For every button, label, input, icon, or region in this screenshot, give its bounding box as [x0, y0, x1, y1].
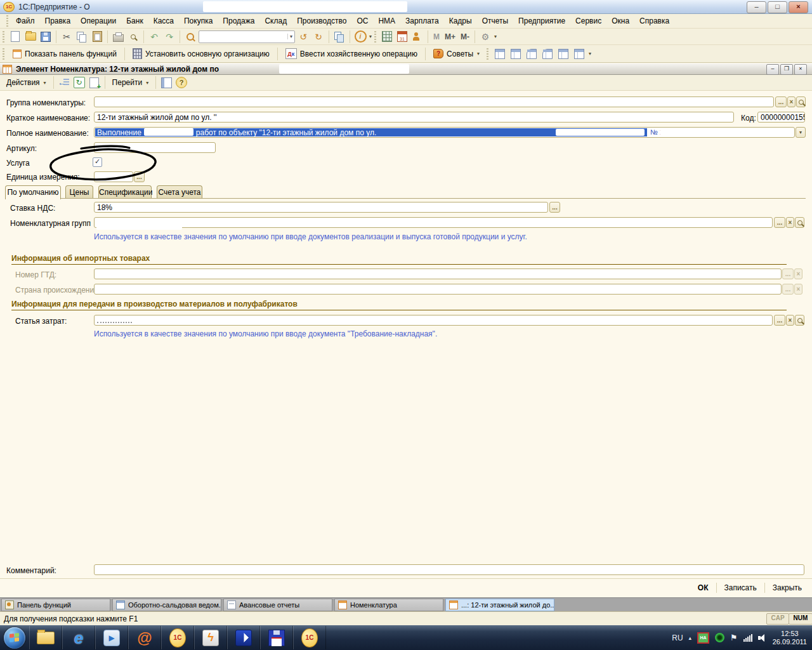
save-button[interactable]: [39, 30, 53, 44]
nomenclature-group-field[interactable]: [94, 217, 773, 228]
short-name-field[interactable]: 12-ти этажный жилой дом по ул. '': [94, 112, 734, 123]
menu-item[interactable]: ОС: [351, 15, 373, 27]
search-dropdown-icon[interactable]: ▾: [287, 34, 294, 39]
language-indicator[interactable]: RU: [672, 633, 683, 642]
goto-button[interactable]: Перейти ▾: [108, 77, 153, 88]
volume-icon[interactable]: [758, 634, 767, 642]
print-preview-button[interactable]: [126, 30, 140, 44]
menu-item[interactable]: Операции: [75, 15, 121, 27]
tools-dropdown-icon[interactable]: ▾: [494, 34, 497, 39]
set-interval-button[interactable]: ←: [57, 76, 71, 90]
find-button[interactable]: [183, 30, 197, 44]
menu-item[interactable]: Отчеты: [477, 15, 513, 27]
ok-button[interactable]: ОК: [690, 581, 716, 594]
memory-plus-button[interactable]: M+: [443, 32, 457, 41]
cost-lookup-button[interactable]: [795, 315, 804, 326]
minimize-button[interactable]: –: [747, 1, 766, 13]
cost-clear-button[interactable]: ×: [786, 315, 794, 326]
redo-button[interactable]: ↷: [162, 30, 176, 44]
group-field[interactable]: [94, 96, 774, 107]
gtd-field[interactable]: [94, 269, 782, 279]
new-document-button[interactable]: [8, 30, 22, 44]
nomgroup-clear-button[interactable]: ×: [786, 217, 794, 228]
mail-taskbar-button[interactable]: @: [128, 626, 161, 649]
menu-item[interactable]: Банк: [121, 15, 148, 27]
service-checkbox[interactable]: ✓: [93, 157, 102, 167]
maximize-button[interactable]: □: [768, 1, 787, 13]
media-player-taskbar-button[interactable]: ▶: [95, 626, 128, 649]
cost-item-field[interactable]: [94, 315, 773, 326]
full-name-dropdown-button[interactable]: ▾: [796, 127, 806, 138]
show-function-panel-button[interactable]: Показать панель функций: [9, 48, 121, 60]
actions-button[interactable]: Действия ▾: [3, 77, 50, 88]
na-tray-icon[interactable]: НА: [697, 632, 709, 644]
write-button[interactable]: Записать: [717, 581, 764, 594]
print-button[interactable]: [111, 30, 125, 44]
article-field[interactable]: [94, 142, 216, 153]
crystal-app-taskbar-button[interactable]: [227, 626, 260, 649]
group-select-button[interactable]: ...: [775, 96, 787, 107]
menu-item[interactable]: Склад: [259, 15, 292, 27]
report-table-button-1[interactable]: [493, 47, 507, 61]
reports-dropdown-icon[interactable]: ▾: [589, 51, 591, 56]
tab-accounts[interactable]: Счета учета: [157, 185, 202, 199]
search-input[interactable]: ▾: [199, 30, 295, 43]
group-clear-button[interactable]: ×: [787, 96, 796, 107]
undo-button[interactable]: ↶: [147, 30, 161, 44]
report-table-button-4[interactable]: [540, 47, 554, 61]
vat-field[interactable]: 18%: [94, 202, 548, 213]
mdi-minimize-button[interactable]: –: [766, 64, 779, 75]
report-table-button-2[interactable]: [509, 47, 523, 61]
nomgroup-select-button[interactable]: ...: [774, 217, 785, 228]
menu-item[interactable]: Файл: [11, 15, 40, 27]
memory-minus-button[interactable]: M-: [459, 32, 471, 41]
calculator-button[interactable]: [380, 30, 394, 44]
mdi-close-button[interactable]: ×: [794, 64, 807, 75]
onec-taskbar-button[interactable]: 1С: [161, 626, 194, 649]
menu-item[interactable]: Сервис: [570, 15, 606, 27]
cost-select-button[interactable]: ...: [774, 315, 785, 326]
group-lookup-button[interactable]: [796, 96, 806, 107]
report-table-button-3[interactable]: [525, 47, 539, 61]
help-button[interactable]: ?: [174, 76, 188, 90]
find-next-button[interactable]: ↻: [311, 30, 325, 44]
menu-item[interactable]: Покупка: [179, 15, 218, 27]
country-field[interactable]: [94, 284, 782, 295]
start-button[interactable]: [4, 627, 25, 649]
unit-field[interactable]: [94, 171, 133, 182]
advice-button[interactable]: ? Советы ▾: [429, 48, 483, 60]
taskbar-clock[interactable]: 12:53 26.09.2011: [773, 630, 807, 646]
nomgroup-lookup-button[interactable]: [795, 217, 804, 228]
enter-operation-button[interactable]: Дк Ввести хозяйственную операцию: [282, 47, 421, 60]
unit-select-button[interactable]: ...: [134, 171, 145, 182]
cut-button[interactable]: ✂: [60, 30, 74, 44]
related-info-button[interactable]: [159, 76, 173, 90]
report-table-button-5[interactable]: [556, 47, 570, 61]
report-table-button-6[interactable]: [572, 47, 586, 61]
tray-expand-icon[interactable]: ▴: [689, 635, 692, 641]
menu-item[interactable]: Кадры: [444, 15, 477, 27]
copy-button[interactable]: [75, 30, 89, 44]
onec2-taskbar-button[interactable]: 1С: [293, 626, 326, 649]
winamp-taskbar-button[interactable]: ϟ: [194, 626, 227, 649]
info-dropdown-icon[interactable]: ▾: [369, 34, 372, 39]
advice-dropdown-icon[interactable]: ▾: [477, 51, 480, 56]
open-button[interactable]: [23, 30, 37, 44]
menu-item[interactable]: Касса: [148, 15, 179, 27]
user-settings-button[interactable]: [410, 30, 424, 44]
mdi-restore-button[interactable]: ❐: [780, 64, 793, 75]
info-button[interactable]: i: [353, 30, 367, 44]
close-button[interactable]: ×: [789, 1, 808, 13]
save-app-taskbar-button[interactable]: [260, 626, 293, 649]
window-tab[interactable]: Оборотно-сальдовая ведом...: [112, 599, 221, 611]
menu-item[interactable]: Окна: [606, 15, 634, 27]
windows-button[interactable]: [332, 30, 346, 44]
code-field[interactable]: 00000000155: [757, 112, 805, 123]
tab-specifications[interactable]: Спецификации: [98, 185, 152, 199]
find-prev-button[interactable]: ↺: [296, 30, 310, 44]
full-name-field[interactable]: Выполнение работ по объекту "12-ти этажн…: [94, 127, 795, 138]
antivirus-tray-icon[interactable]: [715, 633, 724, 642]
reread-button[interactable]: ↻: [72, 76, 86, 90]
explorer-taskbar-button[interactable]: [29, 626, 62, 649]
menu-item[interactable]: Производство: [292, 15, 351, 27]
